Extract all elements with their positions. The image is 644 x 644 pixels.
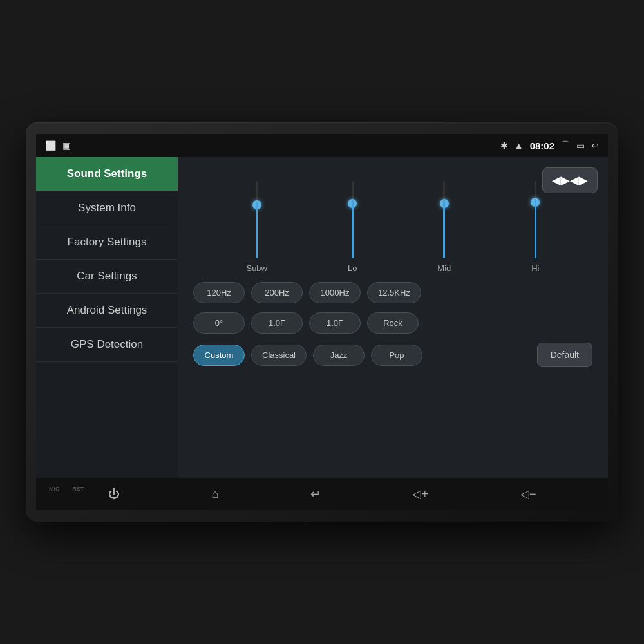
preset-btn-jazz[interactable]: Jazz	[313, 345, 365, 366]
wifi-icon: ⌒	[561, 140, 570, 151]
power-icon[interactable]: ⏻	[108, 488, 120, 501]
sidebar-item-gps-detection[interactable]: GPS Detection	[36, 328, 178, 362]
home-icon[interactable]: ⬜	[45, 140, 56, 151]
preset-btn-custom[interactable]: Custom	[193, 345, 245, 366]
status-bar: ⬜ ▣ ✱ ▲ 08:02 ⌒ ▭ ↩	[36, 134, 608, 157]
freq-btn-12khz[interactable]: 12.5KHz	[367, 282, 421, 303]
status-right: ✱ ▲ 08:02 ⌒ ▭ ↩	[500, 140, 599, 151]
default-button[interactable]: Default	[537, 343, 592, 367]
window-icon[interactable]: ▭	[576, 140, 585, 151]
sidebar-item-system-info[interactable]: System Info	[36, 191, 178, 225]
freq-row: 120Hz 200Hz 1000Hz 12.5KHz	[193, 282, 592, 303]
device-unit: ⬜ ▣ ✱ ▲ 08:02 ⌒ ▭ ↩ Sound Settings Syste…	[26, 122, 618, 522]
eq-label-subw: Subw	[246, 263, 267, 273]
clock: 08:02	[530, 140, 554, 151]
back-bottom-icon[interactable]: ↩	[310, 487, 320, 501]
volume-down-icon[interactable]: ◁−	[520, 487, 536, 501]
slider-fill-mid	[443, 200, 445, 258]
content-area: ◀▶◀▶ Subw	[178, 157, 608, 478]
slider-track-mid[interactable]	[443, 181, 445, 258]
preset-btn-classical[interactable]: Classical	[251, 345, 307, 366]
phase-btn-1f-1[interactable]: 1.0F	[251, 312, 303, 334]
slider-track-subw[interactable]	[256, 181, 258, 258]
preset-row: Custom Classical Jazz Pop Default	[193, 343, 592, 367]
bottom-labels: MIC RST	[49, 486, 84, 492]
mic-label: MIC	[49, 486, 60, 492]
screenshot-icon[interactable]: ▣	[62, 140, 71, 151]
eq-label-hi: Hi	[531, 263, 539, 273]
sidebar-item-factory-settings[interactable]: Factory Settings	[36, 225, 178, 260]
home-bottom-icon[interactable]: ⌂	[212, 488, 219, 501]
phase-row: 0° 1.0F 1.0F Rock	[193, 312, 592, 334]
phase-btn-rock[interactable]: Rock	[367, 312, 419, 334]
slider-track-lo[interactable]	[352, 181, 354, 258]
screen: ⬜ ▣ ✱ ▲ 08:02 ⌒ ▭ ↩ Sound Settings Syste…	[36, 134, 608, 510]
signal-icon: ▲	[515, 140, 524, 151]
freq-btn-1000hz[interactable]: 1000Hz	[309, 282, 361, 303]
volume-up-icon[interactable]: ◁+	[412, 487, 428, 501]
back-icon[interactable]: ↩	[591, 140, 599, 151]
phase-btn-1f-2[interactable]: 1.0F	[309, 312, 361, 334]
freq-btn-200hz[interactable]: 200Hz	[251, 282, 303, 303]
eq-channel-mid: Mid	[437, 181, 451, 273]
eq-row: Subw Lo	[193, 170, 592, 273]
freq-btn-120hz[interactable]: 120Hz	[193, 282, 245, 303]
main-content: Sound Settings System Info Factory Setti…	[36, 157, 608, 478]
eq-channel-hi: Hi	[531, 181, 539, 273]
status-left: ⬜ ▣	[45, 140, 71, 151]
slider-fill-subw	[256, 202, 258, 258]
sidebar: Sound Settings System Info Factory Setti…	[36, 157, 178, 478]
speaker-button[interactable]: ◀▶◀▶	[542, 167, 598, 193]
eq-label-mid: Mid	[437, 263, 451, 273]
slider-fill-hi	[535, 199, 536, 258]
bluetooth-icon: ✱	[500, 140, 508, 151]
bottom-bar: MIC RST ⏻ ⌂ ↩ ◁+ ◁−	[36, 478, 608, 510]
slider-fill-lo	[352, 200, 354, 258]
sidebar-item-sound-settings[interactable]: Sound Settings	[36, 157, 178, 191]
slider-track-hi[interactable]	[535, 181, 536, 258]
eq-label-lo: Lo	[348, 263, 357, 273]
sidebar-item-car-settings[interactable]: Car Settings	[36, 260, 178, 294]
preset-btn-pop[interactable]: Pop	[371, 345, 422, 366]
sidebar-item-android-settings[interactable]: Android Settings	[36, 294, 178, 328]
rst-label: RST	[73, 486, 84, 492]
eq-channel-lo: Lo	[348, 181, 357, 273]
eq-channel-subw: Subw	[246, 181, 267, 273]
phase-btn-0deg[interactable]: 0°	[193, 312, 245, 334]
